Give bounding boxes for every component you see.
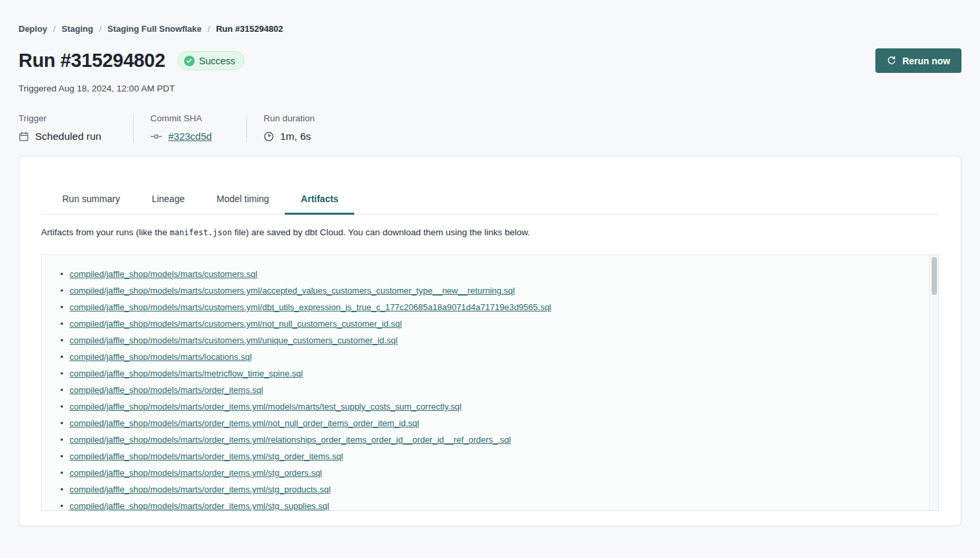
meta-divider xyxy=(133,115,134,142)
run-detail-page: Deploy / Staging / Staging Full Snowflak… xyxy=(0,0,980,526)
tab-bar: Run summary Lineage Model timing Artifac… xyxy=(41,156,939,215)
artifact-link[interactable]: compiled/jaffle_shop/models/marts/metric… xyxy=(70,368,303,378)
calendar-icon xyxy=(19,131,29,142)
artifact-list-item: compiled/jaffle_shop/models/marts/custom… xyxy=(60,332,916,349)
tab-run-summary[interactable]: Run summary xyxy=(46,187,136,215)
artifact-link[interactable]: compiled/jaffle_shop/models/marts/custom… xyxy=(70,335,397,345)
artifact-list-item: compiled/jaffle_shop/models/marts/custom… xyxy=(60,299,916,315)
breadcrumb-current-run: Run #315294802 xyxy=(216,24,283,34)
artifact-link[interactable]: compiled/jaffle_shop/models/marts/order_… xyxy=(70,501,329,511)
artifact-list-item: compiled/jaffle_shop/models/marts/custom… xyxy=(60,282,916,299)
artifact-link[interactable]: compiled/jaffle_shop/models/marts/order_… xyxy=(70,385,263,395)
artifact-list-item: compiled/jaffle_shop/models/marts/custom… xyxy=(60,315,916,332)
artifact-link[interactable]: compiled/jaffle_shop/models/marts/custom… xyxy=(70,319,402,329)
refresh-icon xyxy=(887,56,897,66)
artifact-link[interactable]: compiled/jaffle_shop/models/marts/custom… xyxy=(70,269,258,279)
tab-artifacts[interactable]: Artifacts xyxy=(285,187,354,215)
breadcrumb-deploy[interactable]: Deploy xyxy=(19,24,47,34)
page-title: Run #315294802 xyxy=(19,50,166,72)
artifact-list-item: compiled/jaffle_shop/models/marts/custom… xyxy=(60,266,916,282)
artifact-link[interactable]: compiled/jaffle_shop/models/marts/custom… xyxy=(70,286,514,296)
artifacts-description-text: Artifacts from your runs (like the xyxy=(41,227,170,237)
artifact-list-item: compiled/jaffle_shop/models/marts/metric… xyxy=(60,365,916,382)
artifacts-description-text: file) are saved by dbt Cloud. You can do… xyxy=(232,227,530,237)
breadcrumb-separator: / xyxy=(208,24,211,34)
artifact-list-box: compiled/jaffle_shop/models/marts/custom… xyxy=(41,254,939,511)
trigger-label: Trigger xyxy=(19,113,117,123)
artifact-link[interactable]: compiled/jaffle_shop/models/marts/order_… xyxy=(70,418,419,428)
breadcrumb-separator: / xyxy=(53,24,56,34)
run-detail-card: Run summary Lineage Model timing Artifac… xyxy=(19,156,961,526)
artifact-list-item: compiled/jaffle_shop/models/marts/order_… xyxy=(60,465,916,481)
rerun-now-button[interactable]: Rerun now xyxy=(875,48,961,73)
meta-trigger: Trigger Scheduled run xyxy=(19,113,117,142)
scrollbar-thumb[interactable] xyxy=(932,257,937,295)
artifact-list-item: compiled/jaffle_shop/models/marts/order_… xyxy=(60,481,916,498)
breadcrumb-staging[interactable]: Staging xyxy=(62,24,93,34)
tab-model-timing[interactable]: Model timing xyxy=(201,187,285,215)
artifact-list-item: compiled/jaffle_shop/models/marts/order_… xyxy=(60,382,916,398)
status-badge: Success xyxy=(177,51,245,70)
breadcrumb-separator: / xyxy=(99,24,102,34)
artifact-link[interactable]: compiled/jaffle_shop/models/marts/order_… xyxy=(70,402,462,412)
commit-sha-label: Commit SHA xyxy=(150,113,230,123)
artifact-list-item: compiled/jaffle_shop/models/marts/order_… xyxy=(60,398,916,415)
artifact-list-item: compiled/jaffle_shop/models/marts/order_… xyxy=(60,415,916,431)
artifact-list: compiled/jaffle_shop/models/marts/custom… xyxy=(42,255,929,511)
run-meta-row: Trigger Scheduled run Commit SHA #323cd5… xyxy=(19,113,961,142)
status-badge-label: Success xyxy=(199,56,236,66)
artifacts-description: Artifacts from your runs (like the manif… xyxy=(41,227,939,237)
header: Run #315294802 Success Rerun now xyxy=(19,48,961,73)
meta-duration: Run duration 1m, 6s xyxy=(264,113,315,142)
trigger-value: Scheduled run xyxy=(35,131,101,142)
clock-icon xyxy=(264,131,274,142)
rerun-now-label: Rerun now xyxy=(903,56,950,66)
tab-lineage[interactable]: Lineage xyxy=(136,187,201,215)
commit-icon xyxy=(150,133,162,140)
manifest-json-code: manifest.json xyxy=(170,228,232,237)
run-duration-value: 1m, 6s xyxy=(280,131,311,142)
artifact-link[interactable]: compiled/jaffle_shop/models/marts/order_… xyxy=(70,484,330,494)
artifact-list-item: compiled/jaffle_shop/models/marts/locati… xyxy=(60,349,916,365)
artifact-link[interactable]: compiled/jaffle_shop/models/marts/custom… xyxy=(70,302,552,312)
artifact-link[interactable]: compiled/jaffle_shop/models/marts/locati… xyxy=(70,352,252,362)
run-duration-label: Run duration xyxy=(264,113,315,123)
breadcrumb-job[interactable]: Staging Full Snowflake xyxy=(107,24,201,34)
artifact-link[interactable]: compiled/jaffle_shop/models/marts/order_… xyxy=(70,435,511,445)
artifact-list-item: compiled/jaffle_shop/models/marts/order_… xyxy=(60,498,916,511)
check-circle-icon xyxy=(184,56,195,66)
breadcrumb: Deploy / Staging / Staging Full Snowflak… xyxy=(19,0,961,34)
commit-sha-link[interactable]: #323cd5d xyxy=(168,131,212,142)
triggered-timestamp: Triggered Aug 18, 2024, 12:00 AM PDT xyxy=(19,84,961,93)
artifact-link[interactable]: compiled/jaffle_shop/models/marts/order_… xyxy=(70,451,343,461)
artifact-link[interactable]: compiled/jaffle_shop/models/marts/order_… xyxy=(70,468,322,478)
artifact-list-item: compiled/jaffle_shop/models/marts/order_… xyxy=(60,448,916,465)
scrollbar-track[interactable] xyxy=(929,255,938,510)
artifact-list-item: compiled/jaffle_shop/models/marts/order_… xyxy=(60,431,916,448)
meta-commit: Commit SHA #323cd5d xyxy=(150,113,230,142)
meta-divider xyxy=(246,115,247,142)
